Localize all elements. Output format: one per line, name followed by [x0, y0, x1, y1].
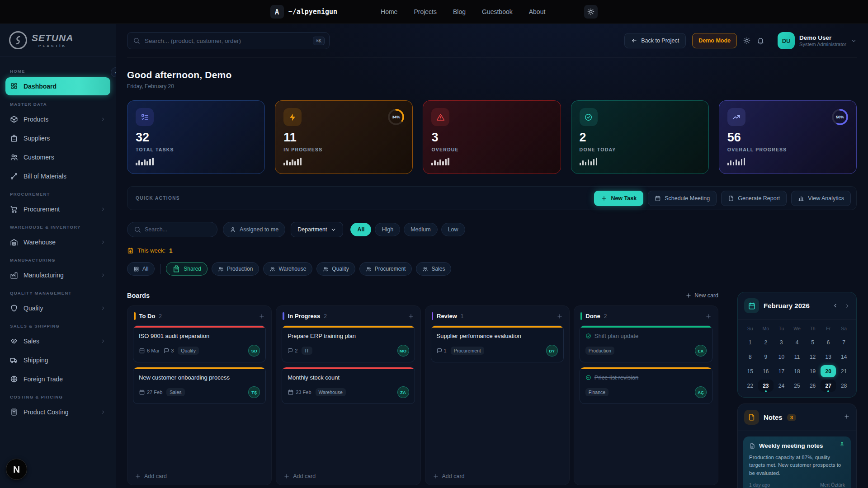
portfolio-brand[interactable]: A ~/alpyenigun: [270, 5, 337, 19]
new-task-button[interactable]: New Task: [594, 191, 643, 206]
new-card-button[interactable]: New card: [685, 292, 718, 299]
demo-mode-badge[interactable]: Demo Mode: [692, 33, 737, 48]
calendar-day-7[interactable]: 7: [836, 336, 852, 348]
tag-pill-warehouse[interactable]: Warehouse: [263, 262, 312, 276]
sidebar-item-sales[interactable]: Sales: [5, 332, 110, 350]
sidebar-item-warehouse[interactable]: Warehouse: [5, 233, 110, 251]
tag-pill-shared[interactable]: Shared: [166, 262, 208, 276]
board-search-input[interactable]: [145, 226, 211, 233]
calendar-day-14[interactable]: 14: [836, 351, 852, 363]
calendar-day-23[interactable]: 23: [758, 380, 774, 392]
calendar-day-18[interactable]: 18: [789, 365, 805, 377]
column-add-button[interactable]: [259, 313, 265, 319]
priority-pill-low[interactable]: Low: [441, 223, 465, 236]
add-card-button[interactable]: Add card: [282, 470, 415, 479]
calendar-day-13[interactable]: 13: [821, 351, 836, 363]
calendar-day-25[interactable]: 25: [789, 380, 805, 392]
task-card-shift-plan-update[interactable]: Shift plan updateProductionEK: [580, 325, 712, 362]
sidebar-item-product-costing[interactable]: Product Costing: [5, 403, 110, 421]
calendar-day-19[interactable]: 19: [805, 365, 821, 377]
calendar-prev-button[interactable]: [832, 303, 838, 309]
calendar-day-24[interactable]: 24: [774, 380, 789, 392]
calendar-next-button[interactable]: [844, 303, 850, 309]
back-to-project-button[interactable]: Back to Project: [624, 33, 686, 48]
task-card-price-list-revision[interactable]: Price list revisionFinanceAÇ: [580, 367, 712, 404]
add-note-button[interactable]: [844, 413, 850, 422]
task-card-prepare-erp-training-plan[interactable]: Prepare ERP training plan2ITMÖ: [282, 325, 415, 362]
global-search[interactable]: ⌘K: [127, 32, 330, 49]
sidebar-item-products[interactable]: Products: [5, 110, 110, 128]
user-menu[interactable]: DU Demo User System Administrator: [778, 32, 857, 49]
department-select[interactable]: Department: [291, 222, 343, 237]
sidebar-item-dashboard[interactable]: Dashboard: [5, 77, 110, 95]
calendar-day-10[interactable]: 10: [774, 351, 789, 363]
sidebar-item-foreign-trade[interactable]: Foreign Trade: [5, 370, 110, 388]
add-card-button[interactable]: Add card: [431, 470, 564, 479]
schedule-meeting-button[interactable]: Schedule Meeting: [648, 191, 717, 206]
calendar-day-1[interactable]: 1: [742, 336, 758, 348]
calendar-day-27[interactable]: 27: [821, 380, 836, 392]
task-card-iso-9001-audit-preparation[interactable]: ISO 9001 audit preparation6 Mar3QualityS…: [133, 325, 266, 362]
column-add-button[interactable]: [557, 313, 563, 319]
calendar-day-20[interactable]: 20: [821, 365, 836, 377]
generate-report-button[interactable]: Generate Report: [721, 191, 787, 206]
calendar-day-6[interactable]: 6: [821, 336, 836, 348]
calendar-day-22[interactable]: 22: [742, 380, 758, 392]
topnav-link-home[interactable]: Home: [381, 8, 397, 15]
topnav-link-guestbook[interactable]: Guestbook: [482, 8, 513, 15]
calendar-day-2[interactable]: 2: [758, 336, 774, 348]
calendar-day-15[interactable]: 15: [742, 365, 758, 377]
calendar-day-9[interactable]: 9: [758, 351, 774, 363]
notifications-button[interactable]: [757, 37, 764, 45]
assignee-avatar: SD: [248, 345, 260, 357]
calendar-day-17[interactable]: 17: [774, 365, 789, 377]
column-add-button[interactable]: [408, 313, 414, 319]
task-card-monthly-stock-count[interactable]: Monthly stock count23 FebWarehouseZA: [282, 367, 415, 404]
tag-pill-production[interactable]: Production: [212, 262, 259, 276]
sidebar-item-bill-of-materials[interactable]: Bill of Materials: [5, 167, 110, 185]
sidebar-item-shipping[interactable]: Shipping: [5, 351, 110, 369]
sidebar-item-quality[interactable]: Quality: [5, 299, 110, 317]
column-add-button[interactable]: [705, 313, 712, 319]
calendar-day-8[interactable]: 8: [742, 351, 758, 363]
priority-pill-high[interactable]: High: [375, 223, 400, 236]
nextjs-dev-button[interactable]: N: [6, 459, 27, 480]
topnav-link-blog[interactable]: Blog: [453, 8, 466, 15]
theme-toggle-button[interactable]: [743, 37, 750, 44]
check-circle-icon: [584, 113, 593, 122]
calendar-day-28[interactable]: 28: [836, 380, 852, 392]
sidebar-item-procurement[interactable]: Procurement: [5, 200, 110, 218]
priority-pill-medium[interactable]: Medium: [404, 223, 437, 236]
sidebar-item-customers[interactable]: Customers: [5, 148, 110, 166]
priority-pill-all[interactable]: All: [350, 223, 371, 236]
sidebar-item-manufacturing[interactable]: Manufacturing: [5, 266, 110, 284]
calendar-day-12[interactable]: 12: [805, 351, 821, 363]
svg-text:56%: 56%: [836, 115, 844, 119]
calendar-day-21[interactable]: 21: [836, 365, 852, 377]
calendar-day-16[interactable]: 16: [758, 365, 774, 377]
tag-pill-sales[interactable]: Sales: [416, 262, 451, 276]
view-analytics-button[interactable]: View Analytics: [791, 191, 851, 206]
tag-pill-procurement[interactable]: Procurement: [359, 262, 412, 276]
task-card-supplier-performance-evaluation[interactable]: Supplier performance evaluation1Procurem…: [431, 325, 564, 362]
card-due-date: 6 Mar: [139, 347, 160, 354]
calendar-day-3[interactable]: 3: [774, 336, 789, 348]
topnav-link-about[interactable]: About: [529, 8, 546, 15]
calendar-day-4[interactable]: 4: [789, 336, 805, 348]
task-card-new-customer-onboarding-process[interactable]: New customer onboarding process27 FebSal…: [133, 367, 266, 404]
assigned-to-me-button[interactable]: Assigned to me: [223, 222, 285, 237]
topnav-link-projects[interactable]: Projects: [414, 8, 437, 15]
calendar-day-11[interactable]: 11: [789, 351, 805, 363]
calendar-day-5[interactable]: 5: [805, 336, 821, 348]
global-search-input[interactable]: [145, 38, 308, 44]
topnav-theme-toggle[interactable]: [584, 5, 598, 19]
note-card-weekly-meeting-notes[interactable]: Weekly meeting notesProduction capacity …: [743, 436, 851, 488]
tag-pill-all[interactable]: All: [127, 262, 155, 276]
tag-pill-quality[interactable]: Quality: [316, 262, 355, 276]
assignee-avatar: BY: [546, 345, 558, 357]
add-card-button[interactable]: Add card: [133, 470, 266, 479]
sidebar-item-suppliers[interactable]: Suppliers: [5, 129, 110, 147]
calendar-day-name: Su: [742, 324, 758, 334]
board-search[interactable]: [127, 222, 217, 237]
calendar-day-26[interactable]: 26: [805, 380, 821, 392]
